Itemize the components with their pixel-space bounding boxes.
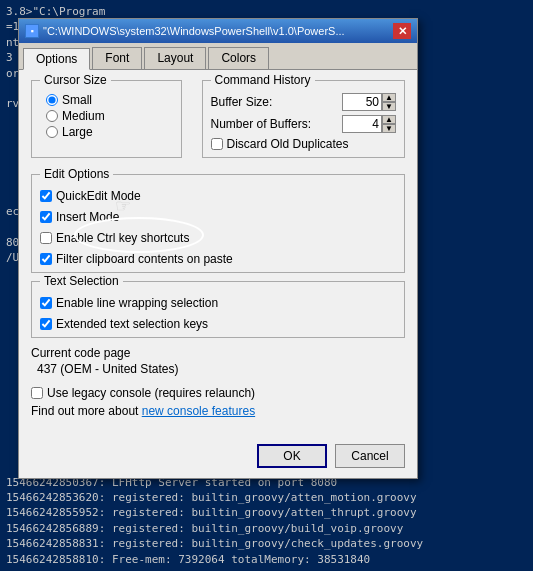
tab-bar: Options Font Layout Colors [19,43,417,70]
insert-mode-row[interactable]: Insert Mode [40,210,396,224]
buffer-size-spinner-buttons: ▲ ▼ [382,93,396,111]
console-features-link[interactable]: new console features [142,404,255,418]
codepage-value: 437 (OEM - United States) [31,362,405,376]
radio-large[interactable]: Large [46,125,173,139]
text-selection-items: Enable line wrapping selection Extended … [40,292,396,331]
find-out-row: Find out more about new console features [31,404,405,418]
cursor-size-radio-group: Small Medium Large [40,93,173,139]
legacy-console-row[interactable]: Use legacy console (requires relaunch) [31,386,405,400]
command-history-content: Buffer Size: ▲ ▼ Number of Buffers: [211,93,397,151]
tab-font[interactable]: Font [92,47,142,69]
discard-duplicates-checkbox[interactable] [211,138,223,150]
tab-layout[interactable]: Layout [144,47,206,69]
insert-mode-checkbox[interactable] [40,211,52,223]
legacy-console-checkbox[interactable] [31,387,43,399]
find-out-text: Find out more about [31,404,142,418]
legacy-console-label: Use legacy console (requires relaunch) [47,386,255,400]
buffer-size-label: Buffer Size: [211,95,273,109]
buffer-size-input[interactable] [342,93,382,111]
top-section-row: Cursor Size Small Medium Large [31,80,405,166]
dialog-titlebar: ▪ "C:\WINDOWS\system32\WindowsPowerShell… [19,19,417,43]
edit-options-label: Edit Options [40,167,113,181]
filter-clipboard-row[interactable]: Filter clipboard contents on paste [40,252,396,266]
ctrl-key-checkbox[interactable] [40,232,52,244]
radio-small[interactable]: Small [46,93,173,107]
insert-mode-label: Insert Mode [56,210,119,224]
close-button[interactable]: ✕ [393,23,411,39]
discard-duplicates-row[interactable]: Discard Old Duplicates [211,137,397,151]
tab-colors[interactable]: Colors [208,47,269,69]
filter-clipboard-label: Filter clipboard contents on paste [56,252,233,266]
text-selection-section: Text Selection Enable line wrapping sele… [31,281,405,338]
ctrl-key-row[interactable]: Enable Ctrl key shortcuts [40,231,396,245]
codepage-section: Current code page 437 (OEM - United Stat… [31,346,405,376]
num-buffers-spinner-buttons: ▲ ▼ [382,115,396,133]
ext-text-selection-row[interactable]: Extended text selection keys [40,317,396,331]
radio-small-input[interactable] [46,94,58,106]
buffer-size-row: Buffer Size: ▲ ▼ [211,93,397,111]
ok-button[interactable]: OK [257,444,327,468]
dialog-body: Cursor Size Small Medium Large [19,70,417,438]
discard-duplicates-label: Discard Old Duplicates [227,137,349,151]
window-icon: ▪ [25,24,39,38]
line-wrapping-row[interactable]: Enable line wrapping selection [40,296,396,310]
buffer-size-up[interactable]: ▲ [382,93,396,102]
edit-options-items: QuickEdit Mode Insert Mode Enable Ctrl k… [40,185,396,266]
num-buffers-up[interactable]: ▲ [382,115,396,124]
command-history-label: Command History [211,73,315,87]
dialog-overlay: ▪ "C:\WINDOWS\system32\WindowsPowerShell… [0,0,533,571]
cancel-button[interactable]: Cancel [335,444,405,468]
command-history-section: Command History Buffer Size: ▲ ▼ [202,80,406,158]
edit-options-section: Edit Options QuickEdit Mode Insert Mode … [31,174,405,273]
quickedit-label: QuickEdit Mode [56,189,141,203]
filter-clipboard-checkbox[interactable] [40,253,52,265]
quickedit-row[interactable]: QuickEdit Mode [40,189,396,203]
radio-medium-input[interactable] [46,110,58,122]
quickedit-checkbox[interactable] [40,190,52,202]
dialog-title: "C:\WINDOWS\system32\WindowsPowerShell\v… [43,25,345,37]
buffer-size-spinner: ▲ ▼ [342,93,396,111]
bottom-options: Use legacy console (requires relaunch) F… [31,386,405,418]
ext-text-selection-label: Extended text selection keys [56,317,208,331]
line-wrapping-label: Enable line wrapping selection [56,296,218,310]
text-selection-label: Text Selection [40,274,123,288]
tab-options[interactable]: Options [23,48,90,70]
ctrl-key-label: Enable Ctrl key shortcuts [56,231,189,245]
num-buffers-label: Number of Buffers: [211,117,312,131]
dialog-window: ▪ "C:\WINDOWS\system32\WindowsPowerShell… [18,18,418,479]
dialog-buttons: OK Cancel [19,438,417,478]
buffer-size-down[interactable]: ▼ [382,102,396,111]
ext-text-selection-checkbox[interactable] [40,318,52,330]
line-wrapping-checkbox[interactable] [40,297,52,309]
titlebar-left: ▪ "C:\WINDOWS\system32\WindowsPowerShell… [25,24,345,38]
codepage-label: Current code page [31,346,405,360]
num-buffers-row: Number of Buffers: ▲ ▼ [211,115,397,133]
num-buffers-spinner: ▲ ▼ [342,115,396,133]
cursor-size-section: Cursor Size Small Medium Large [31,80,182,158]
cursor-size-label: Cursor Size [40,73,111,87]
radio-medium[interactable]: Medium [46,109,173,123]
num-buffers-down[interactable]: ▼ [382,124,396,133]
radio-large-input[interactable] [46,126,58,138]
num-buffers-input[interactable] [342,115,382,133]
